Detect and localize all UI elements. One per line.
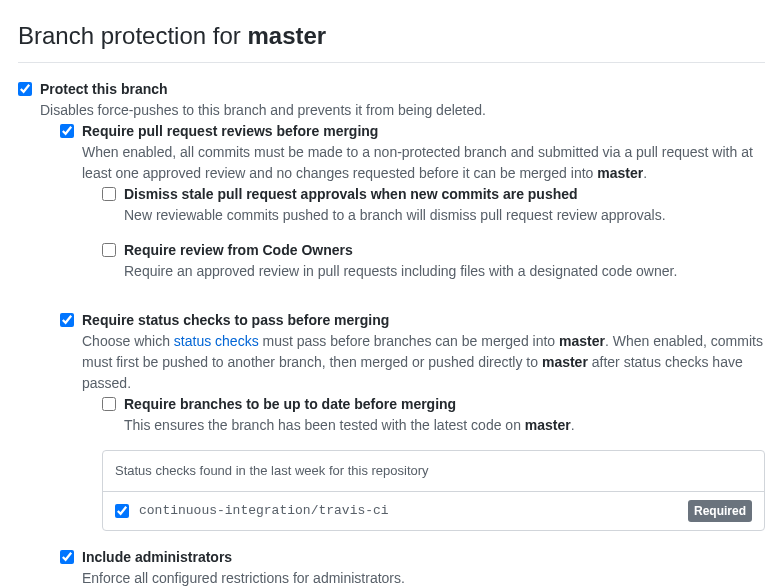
require-status-label: Require status checks to pass before mer… xyxy=(82,310,765,331)
dismiss-stale-label: Dismiss stale pull request approvals whe… xyxy=(124,184,765,205)
option-code-owners: Require review from Code Owners Require … xyxy=(102,240,765,282)
require-reviews-label: Require pull request reviews before merg… xyxy=(82,121,765,142)
option-require-status: Require status checks to pass before mer… xyxy=(60,310,765,531)
protect-branch-desc: Disables force-pushes to this branch and… xyxy=(40,100,765,121)
status-check-name: continuous-integration/travis-ci xyxy=(139,501,688,521)
option-protect-branch: Protect this branch Disables force-pushe… xyxy=(18,79,765,586)
status-checks-box: Status checks found in the last week for… xyxy=(102,450,765,531)
status-checks-link[interactable]: status checks xyxy=(174,333,259,349)
option-dismiss-stale: Dismiss stale pull request approvals whe… xyxy=(102,184,765,226)
up-to-date-desc: This ensures the branch has been tested … xyxy=(124,415,765,436)
require-status-checkbox[interactable] xyxy=(60,313,74,327)
option-include-admins: Include administrators Enforce all confi… xyxy=(60,547,765,587)
protect-branch-label: Protect this branch xyxy=(40,79,765,100)
require-reviews-checkbox[interactable] xyxy=(60,124,74,138)
title-branch: master xyxy=(247,22,326,49)
include-admins-label: Include administrators xyxy=(82,547,765,568)
dismiss-stale-checkbox[interactable] xyxy=(102,187,116,201)
protect-branch-checkbox[interactable] xyxy=(18,82,32,96)
code-owners-desc: Require an approved review in pull reque… xyxy=(124,261,765,282)
up-to-date-checkbox[interactable] xyxy=(102,397,116,411)
code-owners-checkbox[interactable] xyxy=(102,243,116,257)
title-prefix: Branch protection for xyxy=(18,22,247,49)
option-require-reviews: Require pull request reviews before merg… xyxy=(60,121,765,296)
status-check-checkbox[interactable] xyxy=(115,504,129,518)
status-check-row: continuous-integration/travis-ci Require… xyxy=(103,492,764,530)
option-up-to-date: Require branches to be up to date before… xyxy=(102,394,765,436)
page-title: Branch protection for master xyxy=(18,18,765,63)
require-reviews-desc: When enabled, all commits must be made t… xyxy=(82,142,765,184)
code-owners-label: Require review from Code Owners xyxy=(124,240,765,261)
require-status-desc: Choose which status checks must pass bef… xyxy=(82,331,765,394)
include-admins-desc: Enforce all configured restrictions for … xyxy=(82,568,765,587)
include-admins-checkbox[interactable] xyxy=(60,550,74,564)
status-checks-heading: Status checks found in the last week for… xyxy=(103,451,764,492)
required-badge: Required xyxy=(688,500,752,522)
dismiss-stale-desc: New reviewable commits pushed to a branc… xyxy=(124,205,765,226)
up-to-date-label: Require branches to be up to date before… xyxy=(124,394,765,415)
